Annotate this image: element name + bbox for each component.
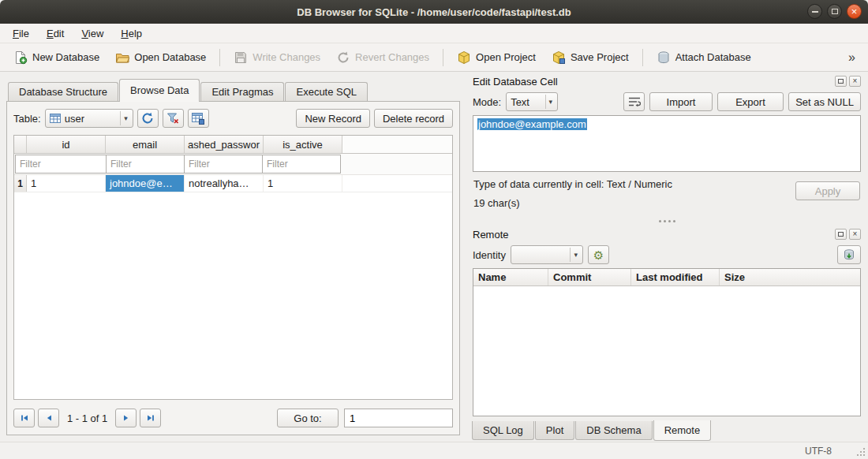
- cell-hashed-password[interactable]: notreallyha…: [185, 175, 264, 192]
- browse-data-frame: Table: user ▾ New Record Delete record: [6, 101, 460, 435]
- save-table-button[interactable]: [188, 109, 209, 128]
- remote-table-body: [473, 286, 860, 416]
- tab-remote[interactable]: Remote: [653, 420, 712, 441]
- open-project-button[interactable]: Open Project: [450, 47, 543, 69]
- cell-editor[interactable]: johndoe@example.com: [473, 115, 861, 172]
- identity-combobox[interactable]: ▾: [511, 245, 583, 264]
- attach-database-icon: [657, 50, 671, 65]
- tab-execute-sql[interactable]: Execute SQL: [285, 82, 368, 101]
- new-database-button[interactable]: New Database: [6, 47, 107, 69]
- write-changes-button[interactable]: Write Changes: [226, 47, 327, 69]
- identity-label: Identity: [473, 249, 506, 261]
- apply-button[interactable]: Apply: [795, 181, 860, 200]
- tab-plot[interactable]: Plot: [535, 421, 574, 440]
- clear-filters-button[interactable]: [163, 109, 184, 128]
- remote-column-last-modified[interactable]: Last modified: [631, 269, 720, 285]
- dock-splitter-handle[interactable]: [469, 216, 865, 226]
- tab-edit-pragmas[interactable]: Edit Pragmas: [200, 82, 284, 101]
- save-project-icon: [552, 50, 566, 65]
- revert-changes-button[interactable]: Revert Changes: [329, 47, 436, 69]
- word-wrap-button[interactable]: [623, 92, 645, 111]
- titlebar[interactable]: DB Browser for SQLite - /home/user/code/…: [0, 0, 868, 24]
- revert-changes-label: Revert Changes: [355, 51, 429, 63]
- chevron-down-icon: ▾: [570, 248, 581, 262]
- remote-column-size[interactable]: Size: [720, 269, 860, 285]
- open-database-icon: [115, 50, 129, 65]
- column-header-hashed-password[interactable]: ashed_passwor: [185, 136, 264, 153]
- filter-input-hashed-password[interactable]: [184, 155, 263, 174]
- close-button[interactable]: ×: [847, 4, 862, 19]
- delete-record-button[interactable]: Delete record: [374, 109, 453, 128]
- new-record-button[interactable]: New Record: [296, 109, 370, 128]
- attach-database-label: Attach Database: [675, 51, 751, 63]
- dock-buttons: ×: [835, 76, 861, 87]
- window-controls: ×: [807, 4, 862, 19]
- cell-id[interactable]: 1: [27, 175, 106, 192]
- goto-button[interactable]: Go to:: [277, 409, 339, 427]
- resize-grip[interactable]: [855, 446, 865, 456]
- close-dock-button[interactable]: ×: [849, 76, 861, 87]
- cell-email-selected[interactable]: johndoe@e…: [106, 175, 185, 192]
- tab-sql-log[interactable]: SQL Log: [472, 421, 534, 440]
- identity-row: Identity ▾ ⚙: [469, 243, 865, 267]
- filter-input-id[interactable]: [15, 155, 107, 174]
- menu-file[interactable]: File: [5, 25, 37, 42]
- open-database-button[interactable]: Open Database: [108, 47, 213, 69]
- last-record-button[interactable]: [140, 409, 161, 427]
- dock-tabbar: SQL Log Plot DB Schema Remote: [469, 421, 865, 442]
- tab-database-structure[interactable]: Database Structure: [8, 82, 118, 101]
- mode-combobox[interactable]: Text ▾: [506, 92, 558, 111]
- toolbar: New Database Open Database Write Changes…: [0, 43, 868, 72]
- menu-view[interactable]: View: [73, 25, 111, 42]
- save-table-icon: [192, 112, 204, 125]
- column-header-id[interactable]: id: [27, 136, 106, 153]
- new-database-icon: [13, 50, 28, 65]
- set-as-null-button[interactable]: Set as NULL: [788, 92, 861, 111]
- minimize-button[interactable]: [807, 4, 822, 19]
- statusbar: UTF-8: [0, 442, 868, 459]
- menu-edit[interactable]: Edit: [39, 25, 72, 42]
- minimize-icon: [812, 11, 818, 13]
- main-tabbar: Database Structure Browse Data Edit Prag…: [6, 79, 460, 101]
- cell-is-active[interactable]: 1: [264, 175, 342, 192]
- table-combobox[interactable]: user ▾: [45, 109, 133, 128]
- close-icon: ×: [853, 230, 858, 238]
- remote-column-name[interactable]: Name: [473, 269, 548, 285]
- attach-database-button[interactable]: Attach Database: [649, 47, 758, 69]
- close-dock-button[interactable]: ×: [849, 229, 861, 240]
- remote-table-header: Name Commit Last modified Size: [473, 269, 860, 286]
- float-dock-button[interactable]: [835, 229, 847, 240]
- float-icon: [838, 232, 844, 237]
- previous-record-icon: [44, 413, 54, 423]
- float-dock-button[interactable]: [835, 76, 847, 87]
- export-button[interactable]: Export: [717, 92, 784, 111]
- column-header-is-active[interactable]: is_active: [264, 136, 342, 153]
- menu-help[interactable]: Help: [113, 25, 150, 42]
- main-panel: Database Structure Browse Data Edit Prag…: [6, 79, 460, 435]
- remote-fetch-button[interactable]: [837, 245, 861, 264]
- maximize-icon: [832, 9, 838, 14]
- table-icon: [50, 114, 61, 123]
- tab-browse-data[interactable]: Browse Data: [119, 79, 200, 101]
- remote-column-commit[interactable]: Commit: [548, 269, 631, 285]
- goto-group: Go to:: [277, 409, 453, 427]
- import-button[interactable]: Import: [649, 92, 713, 111]
- tab-db-schema[interactable]: DB Schema: [575, 421, 652, 440]
- identity-settings-button[interactable]: ⚙: [588, 245, 609, 264]
- previous-record-button[interactable]: [38, 409, 59, 427]
- write-changes-label: Write Changes: [253, 51, 320, 63]
- dock-buttons: ×: [835, 229, 861, 240]
- column-header-email[interactable]: email: [106, 136, 185, 153]
- save-project-button[interactable]: Save Project: [544, 47, 636, 69]
- maximize-button[interactable]: [827, 4, 842, 19]
- filter-input-is-active[interactable]: [262, 155, 341, 174]
- goto-input[interactable]: [344, 409, 453, 427]
- grid-header: id email ashed_passwor is_active: [14, 136, 452, 154]
- next-record-button[interactable]: [115, 409, 137, 427]
- refresh-button[interactable]: [137, 109, 159, 128]
- first-record-button[interactable]: [13, 409, 35, 427]
- row-number[interactable]: 1: [14, 175, 27, 192]
- toolbar-overflow-button[interactable]: »: [842, 50, 862, 65]
- filter-input-email[interactable]: [106, 155, 185, 174]
- encoding-label: UTF-8: [805, 446, 832, 457]
